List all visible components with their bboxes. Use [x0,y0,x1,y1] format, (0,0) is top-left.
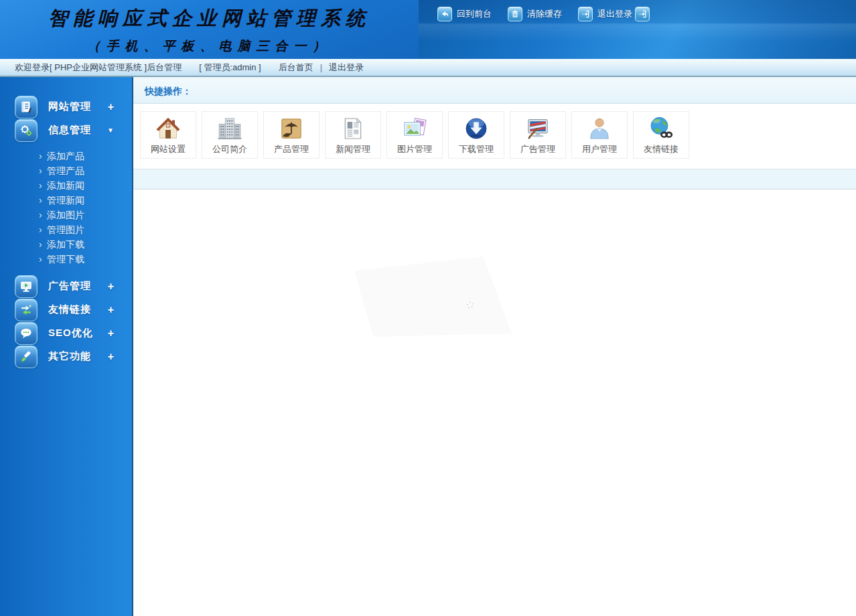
shortcut-friend-links[interactable]: 友情链接 [633,111,689,159]
shortcut-product-manage[interactable]: 产品管理 [263,111,319,159]
back-to-site-label: 回到前台 [457,8,492,20]
logout-icon[interactable] [635,7,650,21]
welcome-text: 欢迎登录[ PHP企业网站管理系统 ]后台管理 [15,62,182,74]
sidebar-subitem-manage-image[interactable]: › 管理图片 [0,222,132,237]
sidebar-item-label: SEO优化 [48,327,93,339]
submenu-label: 添加图片 [47,210,84,220]
other-tools-icon [15,345,38,368]
shortcut-label: 用户管理 [572,143,627,155]
product-box-icon [264,114,319,143]
chevron-right-icon: › [39,208,42,222]
chevron-right-icon: › [39,193,42,208]
newspaper-icon [326,114,380,143]
shortcut-label: 下载管理 [449,143,504,155]
submenu-label: 管理产品 [47,165,84,176]
globe-link-icon [634,114,689,143]
chevron-right-icon: › [39,222,42,237]
shortcut-news-manage[interactable]: 新闻管理 [325,111,381,159]
expand-toggle[interactable]: + [108,304,114,316]
welcome-divider: | [320,62,322,72]
admin-app: 智能响应式企业网站管理系统 （手机、平板、电脑三合一） 回到前台 [0,0,856,616]
expand-toggle[interactable]: + [108,351,114,363]
backend-home-link[interactable]: 后台首页 [279,62,313,74]
sidebar-subitem-manage-download[interactable]: › 管理下载 [0,252,132,266]
sidebar-item-label: 广告管理 [48,280,91,293]
sidebar-item-label: 其它功能 [48,350,91,363]
sidebar-item-info-manage[interactable]: 信息管理 ▼ [0,119,132,142]
faint-watermark [354,256,512,337]
back-to-site-button[interactable]: 回到前台 [437,7,492,21]
seo-icon [15,322,38,345]
expand-toggle[interactable]: + [108,101,114,113]
expand-toggle[interactable]: + [108,327,114,339]
shortcut-image-manage[interactable]: 图片管理 [386,111,443,159]
sidebar-subitem-add-download[interactable]: › 添加下载 [0,237,132,252]
sidebar-subitem-manage-news[interactable]: › 管理新闻 [0,193,132,208]
header-toolbar: 回到前台 [419,0,856,59]
shortcut-user-manage[interactable]: 用户管理 [571,111,628,159]
chevron-right-icon: › [39,178,42,193]
trash-icon [508,7,522,21]
ad-screen-icon [510,114,565,143]
sidebar-item-ad-manage[interactable]: 广告管理 + [0,275,132,298]
ad-manage-icon [15,275,38,298]
friend-links-icon [15,299,38,321]
house-icon [141,114,196,143]
sidebar-subitem-manage-product[interactable]: › 管理产品 [0,163,132,178]
submenu-label: 管理新闻 [47,195,84,206]
quick-ops-title: 快捷操作： [145,86,192,96]
sidebar-subitem-add-news[interactable]: › 添加新闻 [0,178,132,193]
info-manage-icon [15,119,38,142]
submenu-label: 管理下载 [47,254,84,264]
shortcut-label: 友情链接 [634,143,689,155]
header: 智能响应式企业网站管理系统 （手机、平板、电脑三合一） 回到前台 [0,0,856,59]
shortcut-label: 新闻管理 [326,143,380,155]
page-title: 智能响应式企业网站管理系统 [48,5,370,32]
quick-ops-bar: 快捷操作： [133,79,856,104]
building-icon [202,114,257,143]
submenu-label: 添加新闻 [47,180,84,191]
shortcut-company-profile[interactable]: 公司简介 [202,111,258,159]
sidebar-subitem-add-image[interactable]: › 添加图片 [0,208,132,222]
chevron-right-icon: › [39,252,42,266]
shortcut-label: 广告管理 [510,143,565,155]
shortcut-download-manage[interactable]: 下载管理 [448,111,504,159]
chevron-right-icon: › [39,163,42,178]
welcome-logout-link[interactable]: 退出登录 [329,62,364,74]
collapse-toggle[interactable]: ▼ [107,127,114,134]
loading-sparkle-icon [466,301,475,313]
sidebar-item-website-manage[interactable]: 网站管理 + [0,95,132,119]
sidebar-item-label: 网站管理 [48,100,91,113]
sidebar-item-other-tools[interactable]: 其它功能 + [0,345,132,368]
expand-toggle[interactable]: + [108,281,114,293]
shortcut-ad-manage[interactable]: 广告管理 [510,111,566,159]
submenu-label: 添加产品 [47,151,84,161]
header-actions: 回到前台 [437,7,666,21]
submenu-label: 管理图片 [47,224,84,235]
shortcut-label: 产品管理 [264,143,319,155]
shortcut-site-settings[interactable]: 网站设置 [140,111,196,159]
empty-section-bar [133,169,856,189]
logout-icon [578,7,593,21]
download-globe-icon [449,114,504,143]
sidebar-item-seo[interactable]: SEO优化 + [0,321,132,345]
chevron-right-icon: › [39,237,42,252]
sidebar: 网站管理 + 信息管理 [0,77,133,616]
submenu-label: 添加下载 [47,239,84,250]
admin-badge: [ 管理员:admin ] [199,62,261,74]
sidebar-item-friend-links[interactable]: 友情链接 + [0,298,132,321]
chevron-right-icon: › [39,149,42,163]
main-content: 快捷操作： 网站设置 [133,77,856,616]
logout-button[interactable]: 退出登录 [578,7,650,21]
clear-cache-button[interactable]: 清除缓存 [508,7,562,21]
shortcut-label: 图片管理 [387,143,442,155]
brand-banner: 智能响应式企业网站管理系统 （手机、平板、电脑三合一） [0,0,419,59]
info-manage-submenu: › 添加产品 › 管理产品 › 添加新闻 › 管理新闻 › 添加图片 [0,142,132,275]
shortcut-grid: 网站设置 [133,104,856,159]
clear-cache-label: 清除缓存 [527,8,562,20]
shortcut-label: 公司简介 [202,143,257,155]
back-arrow-icon [437,7,452,21]
user-icon [572,114,627,143]
sidebar-item-label: 信息管理 [48,124,91,137]
sidebar-subitem-add-product[interactable]: › 添加产品 [0,149,132,163]
